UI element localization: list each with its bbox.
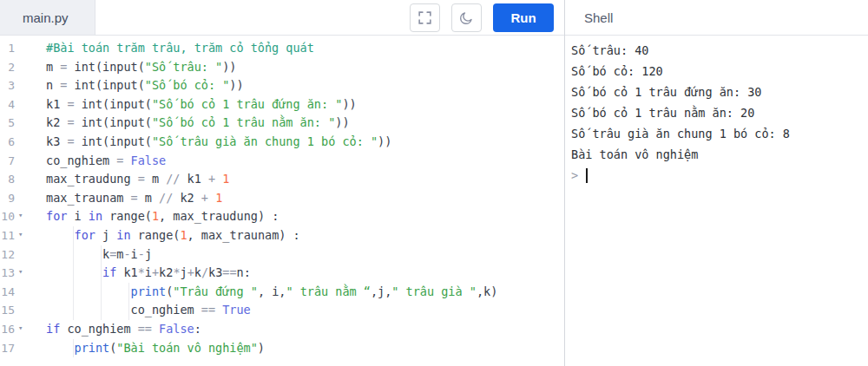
shell-output[interactable]: Số trâu: 40Số bó cỏ: 120Số bó cỏ 1 trâu … [565, 36, 868, 366]
code-text: co_nghiem = False [0, 154, 166, 167]
code-token: int(input( [75, 134, 152, 148]
code-token: for [46, 209, 67, 223]
code-token [123, 154, 130, 167]
code-token: k1 [46, 97, 67, 111]
code-token: == [138, 322, 152, 336]
line-number: 17 [0, 339, 15, 358]
code-line: 6k3 = int(input("Số trâu già ăn chung 1 … [0, 133, 564, 152]
code-token: , i, [258, 284, 286, 298]
shell-prompt-line: > [571, 165, 863, 186]
line-number: 16 [0, 320, 15, 339]
code-token: )) [342, 97, 356, 111]
indent-guide [101, 245, 102, 265]
shell-output-line: Số trâu già ăn chung 1 bó cỏ: 8 [571, 123, 863, 144]
fold-toggle-icon[interactable]: ▾ [18, 225, 23, 245]
code-token: co_nghiem [60, 322, 137, 336]
code-token: int(input( [75, 115, 152, 129]
run-button[interactable]: Run [493, 3, 554, 32]
code-token: i [131, 247, 138, 261]
code-token: for [75, 228, 95, 242]
theme-toggle-button[interactable] [451, 3, 482, 32]
code-token: in [116, 228, 130, 242]
code-token: + [187, 265, 194, 279]
line-number: 1 [0, 39, 15, 58]
code-token: k3 [208, 265, 222, 279]
code-token: "Bài toán vô nghiệm" [116, 341, 258, 355]
code-token: "Số bó cỏ 1 trâu đứng ăn: " [152, 97, 342, 111]
code-token: k [102, 247, 109, 261]
indent-guide [101, 264, 102, 283]
code-token: n: [237, 265, 251, 279]
code-token: in [89, 209, 102, 223]
ide-window: main.py Run 1#Bài [0, 0, 868, 366]
code-line: 13▾ if k1*i+k2*j+k/k3==n: [0, 264, 564, 283]
indent-guide [128, 301, 129, 320]
code-token: "Số bó cỏ: " [145, 78, 230, 92]
line-number: 11 [0, 226, 15, 245]
code-line: 4k1 = int(input("Số bó cỏ 1 trâu đứng ăn… [0, 95, 564, 114]
code-token: max_traudung [46, 172, 138, 186]
indent-guide [73, 226, 74, 245]
fold-toggle-icon[interactable]: ▾ [18, 319, 23, 338]
code-token: " trâu nằm “ [286, 284, 371, 298]
code-token: - [123, 247, 130, 261]
code-line: 1#Bài toán trăm trâu, trăm cỏ tổng quát [0, 39, 564, 58]
code-line: 15 co_nghiem == True [0, 301, 564, 320]
shell-output-line: Bài toán vô nghiệm [571, 144, 863, 165]
fullscreen-button[interactable] [410, 3, 440, 32]
code-token: True [222, 303, 251, 317]
code-token: ,j, [371, 284, 391, 298]
code-token: k2 [173, 191, 201, 205]
shell-output-line: Số trâu: 40 [571, 40, 863, 61]
code-token [152, 322, 159, 336]
code-token: == [201, 303, 215, 317]
code-token: i [145, 265, 152, 279]
code-editor[interactable]: 1#Bài toán trăm trâu, trăm cỏ tổng quát2… [0, 36, 564, 366]
code-token [208, 191, 215, 205]
code-token: "Số bó cỏ 1 trâu nằm ăn: " [152, 115, 335, 129]
line-number: 4 [0, 95, 15, 114]
fold-toggle-icon[interactable]: ▾ [18, 206, 23, 225]
tab-main-py[interactable]: main.py [0, 0, 95, 35]
code-token: k2 [159, 265, 173, 279]
fold-toggle-icon[interactable]: ▾ [18, 263, 23, 282]
code-line: 5k2 = int(input("Số bó cỏ 1 trâu nằm ăn:… [0, 114, 564, 133]
fullscreen-icon [418, 11, 431, 24]
indent-guide [128, 283, 129, 302]
code-token [215, 303, 222, 317]
code-token: "Số trâu già ăn chung 1 bó cỏ: " [152, 134, 378, 148]
indent-guide [73, 301, 74, 320]
code-line: 10▾for i in range(1, max_traudung) : [0, 207, 564, 226]
code-text: k2 = int(input("Số bó cỏ 1 trâu nằm ăn: … [0, 115, 350, 129]
shell-panel: Shell Số trâu: 40Số bó cỏ: 120Số bó cỏ 1… [564, 0, 868, 366]
code-token: int(input( [67, 60, 144, 74]
code-token: * [173, 265, 180, 279]
code-token: co_nghiem [46, 154, 116, 167]
code-token: range( [131, 228, 181, 242]
line-number: 10 [0, 207, 15, 226]
code-text: k1 = int(input("Số bó cỏ 1 trâu đứng ăn:… [0, 97, 357, 111]
line-number: 15 [0, 301, 15, 320]
shell-output-line: Số bó cỏ 1 trâu nằm ăn: 20 [571, 102, 863, 123]
code-token: k2 [46, 115, 67, 129]
line-number: 7 [0, 152, 15, 171]
line-number: 2 [0, 58, 15, 77]
code-token: + [208, 172, 215, 186]
code-token: )) [222, 60, 236, 74]
code-token: 1 [215, 191, 222, 205]
line-number: 13 [0, 264, 15, 283]
code-token: ,k) [477, 284, 497, 298]
code-token: print [75, 341, 110, 355]
code-token: "Số trâu: " [145, 60, 222, 74]
code-token: m [145, 172, 166, 186]
code-token: // [159, 191, 173, 205]
code-text: m = int(input("Số trâu: ")) [0, 60, 236, 74]
text-cursor [586, 168, 588, 183]
code-token: * [138, 265, 145, 279]
code-token: // [166, 172, 180, 186]
code-text: k3 = int(input("Số trâu già ăn chung 1 b… [0, 134, 391, 148]
code-token: int(input( [67, 78, 144, 92]
code-token: = [138, 172, 145, 186]
code-text: max_traudung = m // k1 + 1 [0, 172, 229, 186]
code-token: )) [335, 115, 349, 129]
